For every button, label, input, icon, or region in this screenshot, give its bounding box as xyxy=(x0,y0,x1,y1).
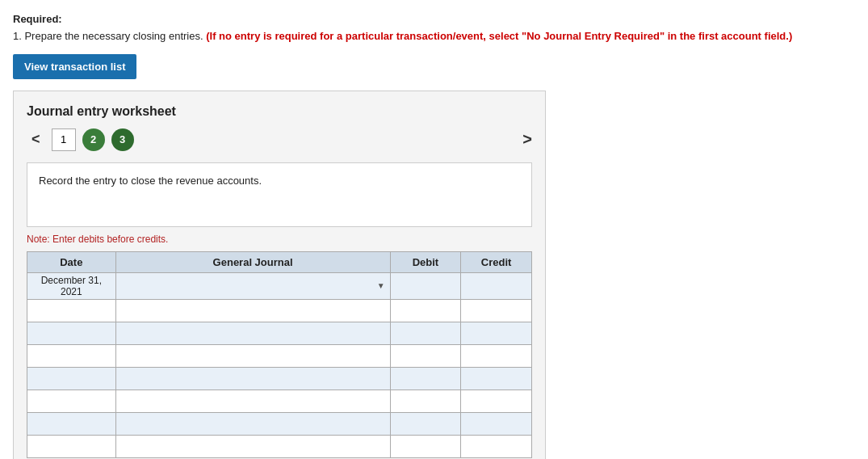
credit-input-2[interactable] xyxy=(466,327,526,339)
debit-input-0[interactable] xyxy=(396,280,456,292)
credit-input-5[interactable] xyxy=(466,395,526,406)
instructions: 1. Prepare the necessary closing entries… xyxy=(13,28,855,44)
required-label: Required: xyxy=(13,13,855,25)
instruction-box: Record the entry to close the revenue ac… xyxy=(27,162,532,227)
worksheet-container: Journal entry worksheet < 1 2 3 > Record… xyxy=(13,91,546,460)
dropdown-arrow-icon[interactable]: ▼ xyxy=(377,281,385,290)
debit-cell-1[interactable] xyxy=(390,299,461,322)
note-text: Note: Enter debits before credits. xyxy=(27,234,532,245)
debit-input-1[interactable] xyxy=(396,305,456,316)
credit-cell-2[interactable] xyxy=(461,322,532,344)
debit-cell-2[interactable] xyxy=(390,322,461,344)
gj-cell-1[interactable] xyxy=(115,299,390,322)
table-row xyxy=(27,322,532,344)
page-1-box[interactable]: 1 xyxy=(52,128,76,151)
gj-cell-3[interactable] xyxy=(115,344,390,367)
debit-cell-4[interactable] xyxy=(390,367,461,390)
col-header-date: Date xyxy=(27,251,116,272)
credit-cell-6[interactable] xyxy=(461,412,532,435)
gj-input-7[interactable] xyxy=(121,440,385,452)
gj-input-6[interactable] xyxy=(121,418,385,429)
debit-cell-7[interactable] xyxy=(390,435,461,457)
gj-cell-4[interactable] xyxy=(115,367,390,390)
date-cell-3 xyxy=(27,344,116,367)
gj-cell-0[interactable]: ▼ xyxy=(115,272,390,299)
gj-input-0[interactable] xyxy=(121,280,375,292)
credit-input-6[interactable] xyxy=(466,418,526,429)
page-3-circle[interactable]: 3 xyxy=(111,128,134,151)
date-cell-5 xyxy=(27,390,116,412)
worksheet-title: Journal entry worksheet xyxy=(27,104,532,119)
debit-cell-0[interactable] xyxy=(390,272,461,299)
debit-input-7[interactable] xyxy=(396,440,456,452)
gj-input-5[interactable] xyxy=(121,395,385,406)
instruction-line1: 1. Prepare the necessary closing entries… xyxy=(13,30,203,42)
table-row xyxy=(27,344,532,367)
date-cell-7 xyxy=(27,435,116,457)
credit-cell-5[interactable] xyxy=(461,390,532,412)
credit-input-1[interactable] xyxy=(466,305,526,316)
credit-input-4[interactable] xyxy=(466,373,526,384)
debit-input-3[interactable] xyxy=(396,350,456,361)
debit-input-6[interactable] xyxy=(396,418,456,429)
credit-input-3[interactable] xyxy=(466,350,526,361)
table-row xyxy=(27,435,532,457)
credit-cell-7[interactable] xyxy=(461,435,532,457)
prev-page-button[interactable]: < xyxy=(27,129,45,149)
nav-row: < 1 2 3 > xyxy=(27,128,532,151)
gj-input-2[interactable] xyxy=(121,327,385,339)
debit-input-5[interactable] xyxy=(396,395,456,406)
credit-cell-0[interactable] xyxy=(461,272,532,299)
gj-cell-7[interactable] xyxy=(115,435,390,457)
debit-cell-3[interactable] xyxy=(390,344,461,367)
table-row xyxy=(27,367,532,390)
table-row: December 31,2021▼ xyxy=(27,272,532,299)
credit-input-7[interactable] xyxy=(466,440,526,452)
journal-table: Date General Journal Debit Credit Decemb… xyxy=(27,251,532,458)
credit-cell-4[interactable] xyxy=(461,367,532,390)
date-cell-0: December 31,2021 xyxy=(27,272,116,299)
gj-input-3[interactable] xyxy=(121,350,385,361)
date-cell-1 xyxy=(27,299,116,322)
gj-cell-6[interactable] xyxy=(115,412,390,435)
credit-input-0[interactable] xyxy=(466,280,526,292)
table-row xyxy=(27,412,532,435)
date-cell-2 xyxy=(27,322,116,344)
gj-input-4[interactable] xyxy=(121,373,385,384)
date-cell-6 xyxy=(27,412,116,435)
view-transaction-button[interactable]: View transaction list xyxy=(13,54,136,79)
date-cell-4 xyxy=(27,367,116,390)
gj-cell-5[interactable] xyxy=(115,390,390,412)
page-2-circle[interactable]: 2 xyxy=(82,128,105,151)
debit-input-2[interactable] xyxy=(396,327,456,339)
credit-cell-1[interactable] xyxy=(461,299,532,322)
instruction-box-text: Record the entry to close the revenue ac… xyxy=(39,175,262,187)
instruction-highlight: (If no entry is required for a particula… xyxy=(206,30,792,42)
next-page-button[interactable]: > xyxy=(522,130,532,149)
table-row xyxy=(27,299,532,322)
debit-input-4[interactable] xyxy=(396,373,456,384)
debit-cell-6[interactable] xyxy=(390,412,461,435)
debit-cell-5[interactable] xyxy=(390,390,461,412)
gj-cell-2[interactable] xyxy=(115,322,390,344)
gj-input-1[interactable] xyxy=(121,305,385,316)
credit-cell-3[interactable] xyxy=(461,344,532,367)
table-row xyxy=(27,390,532,412)
col-header-gj: General Journal xyxy=(115,251,390,272)
col-header-credit: Credit xyxy=(461,251,532,272)
col-header-debit: Debit xyxy=(390,251,461,272)
